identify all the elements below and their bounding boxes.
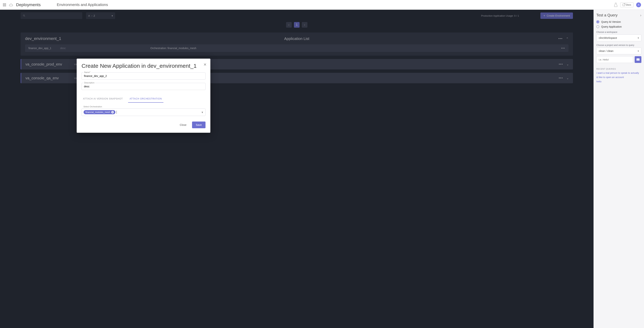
modal-title: Create New Application in dev_environmen…	[82, 63, 206, 69]
chevron-down-icon: ▾	[638, 49, 639, 52]
radio-query-application[interactable]: Query Application	[596, 25, 642, 28]
chevron-down-icon: ▾	[202, 111, 203, 114]
radio-label: Query AI Version	[601, 20, 621, 23]
docs-label: Docs	[626, 3, 631, 6]
recent-query-item[interactable]: id like to open an account	[596, 76, 642, 79]
select-orchestration-label: Select Orchestration	[84, 106, 206, 108]
cloud-icon	[9, 3, 13, 6]
test-query-panel: Test a Query › Query AI Version Query Ap…	[594, 10, 644, 328]
subtitles-icon	[636, 58, 640, 61]
docs-button[interactable]: Docs	[620, 2, 634, 7]
chevron-down-icon: ▾	[638, 36, 639, 39]
modal-close-button[interactable]: ✕	[204, 62, 207, 67]
experiment-icon[interactable]	[614, 3, 618, 7]
orchestration-multiselect[interactable]: financial_modules_mesh ✕ ▾	[82, 109, 206, 116]
send-query-button[interactable]	[635, 56, 642, 63]
radio-unchecked-icon	[596, 25, 599, 28]
topbar: Deployments Environments and Application…	[0, 0, 644, 10]
chip-label: financial_modules_mesh	[86, 111, 110, 114]
project-value: clean / clean	[599, 49, 614, 52]
recent-query-item[interactable]: i want a real person to speak to actuall…	[596, 71, 642, 74]
description-field-label: Description	[84, 82, 95, 84]
create-application-modal: ✕ Create New Application in dev_environm…	[77, 59, 210, 133]
modal-close-text-button[interactable]: Close	[177, 122, 190, 128]
test-query-title: Test a Query	[596, 13, 618, 17]
workspace-value: clincWorkspace	[599, 36, 617, 39]
modal-save-button[interactable]: Save	[192, 122, 206, 128]
brand-title: Deployments	[16, 2, 41, 7]
panel-collapse-icon[interactable]: ›	[640, 13, 642, 17]
recent-queries-header: RECENT QUERIES	[596, 68, 642, 70]
page-subtitle: Environments and Applications	[57, 2, 108, 7]
chip-remove-icon[interactable]: ✕	[111, 111, 114, 114]
radio-label: Query Application	[601, 25, 622, 28]
text-cursor	[116, 111, 117, 114]
recent-query-item[interactable]: hello	[596, 80, 642, 83]
radio-checked-icon	[596, 20, 599, 23]
tab-attach-snapshot[interactable]: ATTACH AI VERSION SNAPSHOT	[82, 95, 124, 103]
workspace-label: Choose a workspace	[596, 31, 642, 33]
svg-rect-4	[638, 60, 639, 60]
tab-attach-orchestration[interactable]: ATTACH ORCHESTRATION	[128, 95, 164, 103]
svg-rect-2	[636, 58, 640, 61]
project-select[interactable]: clean / clean ▾	[596, 48, 642, 54]
radio-query-ai-version[interactable]: Query AI Version	[596, 20, 642, 23]
query-input[interactable]	[596, 56, 633, 63]
name-field-label: Name*	[84, 71, 91, 73]
orchestration-chip: financial_modules_mesh ✕	[84, 110, 115, 114]
name-input[interactable]	[82, 72, 206, 80]
external-link-icon	[623, 4, 625, 6]
svg-rect-3	[637, 60, 638, 60]
project-label: Choose a project and version to query	[596, 44, 642, 46]
modal-scrim[interactable]	[0, 10, 594, 328]
user-avatar[interactable]: A	[636, 2, 641, 7]
description-input[interactable]	[82, 83, 206, 90]
workspace-select[interactable]: clincWorkspace ▾	[596, 34, 642, 41]
apps-grid-icon[interactable]	[3, 3, 6, 6]
